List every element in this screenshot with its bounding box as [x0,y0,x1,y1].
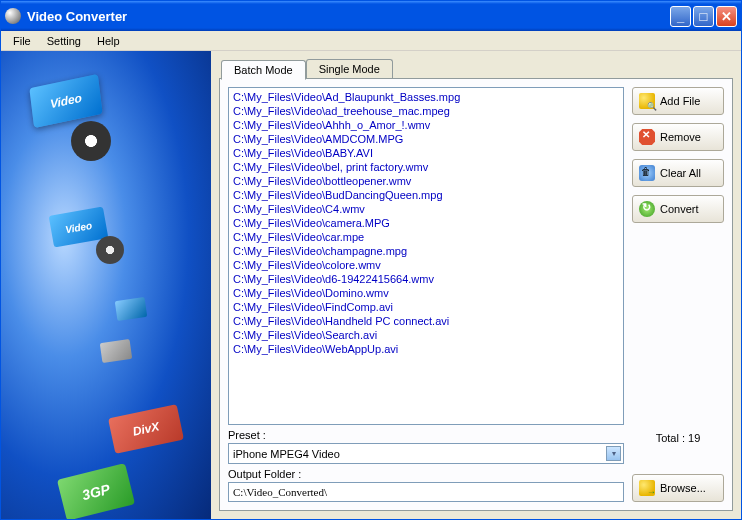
file-item[interactable]: C:\My_Files\Video\bel, print factory.wmv [233,160,619,174]
browse-icon [639,480,655,496]
file-item[interactable]: C:\My_Files\Video\colore.wmv [233,258,619,272]
file-item[interactable]: C:\My_Files\Video\car.mpe [233,230,619,244]
file-item[interactable]: C:\My_Files\Video\AMDCOM.MPG [233,132,619,146]
remove-icon [639,129,655,145]
total-count: Total : 19 [632,424,724,444]
clear-all-label: Clear All [660,167,701,179]
tab-content: C:\My_Files\Video\Ad_Blaupunkt_Basses.mp… [219,78,733,511]
output-folder-input[interactable] [228,482,624,502]
tab-strip: Batch Mode Single Mode [221,59,733,78]
app-window: Video Converter _ □ ✕ File Setting Help … [0,0,742,520]
chevron-down-icon: ▾ [606,446,621,461]
titlebar: Video Converter _ □ ✕ [1,1,741,31]
file-list[interactable]: C:\My_Files\Video\Ad_Blaupunkt_Basses.mp… [228,87,624,425]
format-badge-icon [115,297,147,321]
convert-label: Convert [660,203,699,215]
file-item[interactable]: C:\My_Files\Video\Ad_Blaupunkt_Basses.mp… [233,90,619,104]
remove-button[interactable]: Remove [632,123,724,151]
film-reel-icon-2 [96,236,124,264]
add-file-icon [639,93,655,109]
menu-help[interactable]: Help [89,33,128,49]
output-row: Output Folder : [228,468,624,502]
file-item[interactable]: C:\My_Files\Video\C4.wmv [233,202,619,216]
file-item[interactable]: C:\My_Files\Video\bottleopener.wmv [233,174,619,188]
convert-button[interactable]: Convert [632,195,724,223]
browse-label: Browse... [660,482,706,494]
preset-label: Preset : [228,429,624,441]
main-panel: Batch Mode Single Mode C:\My_Files\Video… [211,51,741,519]
file-item[interactable]: C:\My_Files\Video\Handheld PC connect.av… [233,314,619,328]
preset-dropdown[interactable]: iPhone MPEG4 Video ▾ [228,443,624,464]
content-area: Video Video DivX 3GP Batch Mode Single M… [1,51,741,519]
left-column: C:\My_Files\Video\Ad_Blaupunkt_Basses.mp… [228,87,624,502]
file-item[interactable]: C:\My_Files\Video\BudDancingQueen.mpg [233,188,619,202]
output-group: Output Folder : [228,468,624,502]
maximize-button[interactable]: □ [693,6,714,27]
app-icon [5,8,21,24]
minimize-button[interactable]: _ [670,6,691,27]
add-file-button[interactable]: Add File [632,87,724,115]
window-controls: _ □ ✕ [670,6,737,27]
menubar: File Setting Help [1,31,741,51]
preset-value: iPhone MPEG4 Video [233,448,606,460]
divx-badge-icon: DivX [108,404,184,454]
file-item[interactable]: C:\My_Files\Video\Search.avi [233,328,619,342]
browse-button[interactable]: Browse... [632,474,724,502]
file-item[interactable]: C:\My_Files\Video\FindComp.avi [233,300,619,314]
clear-all-button[interactable]: Clear All [632,159,724,187]
format-badge-icon-2 [100,339,132,363]
close-button[interactable]: ✕ [716,6,737,27]
preset-group: Preset : iPhone MPEG4 Video ▾ [228,429,624,464]
window-title: Video Converter [27,9,670,24]
file-item[interactable]: C:\My_Files\Video\ad_treehouse_mac.mpeg [233,104,619,118]
decorative-sidebar: Video Video DivX 3GP [1,51,211,519]
file-item[interactable]: C:\My_Files\Video\WebAppUp.avi [233,342,619,356]
right-column: Add File Remove Clear All Convert [632,87,724,502]
file-item[interactable]: C:\My_Files\Video\BABY.AVI [233,146,619,160]
3gp-badge-icon: 3GP [57,463,135,519]
tab-single-mode[interactable]: Single Mode [306,59,393,78]
convert-icon [639,201,655,217]
menu-file[interactable]: File [5,33,39,49]
clear-all-icon [639,165,655,181]
tab-batch-mode[interactable]: Batch Mode [221,60,306,80]
file-item[interactable]: C:\My_Files\Video\champagne.mpg [233,244,619,258]
file-item[interactable]: C:\My_Files\Video\camera.MPG [233,216,619,230]
remove-label: Remove [660,131,701,143]
menu-setting[interactable]: Setting [39,33,89,49]
file-item[interactable]: C:\My_Files\Video\d6-19422415664.wmv [233,272,619,286]
file-item[interactable]: C:\My_Files\Video\Ahhh_o_Amor_!.wmv [233,118,619,132]
output-label: Output Folder : [228,468,624,480]
file-item[interactable]: C:\My_Files\Video\Domino.wmv [233,286,619,300]
add-file-label: Add File [660,95,700,107]
film-reel-icon [71,121,111,161]
